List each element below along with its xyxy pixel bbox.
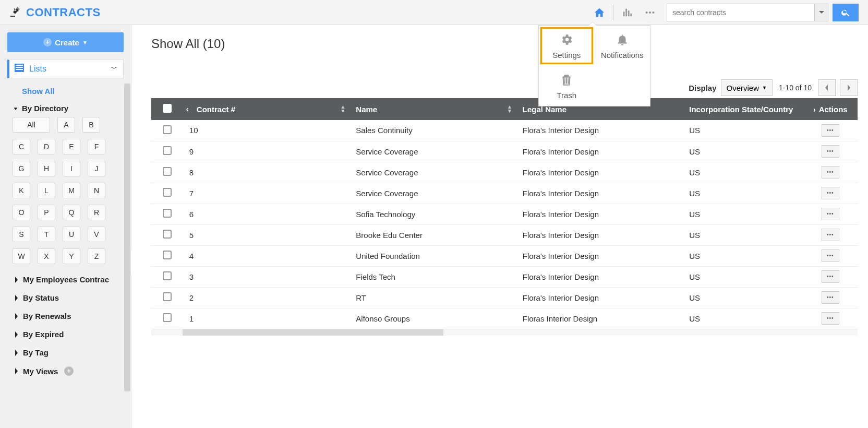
filter-letter-p[interactable]: P xyxy=(38,205,55,220)
row-actions-button[interactable]: ••• xyxy=(822,145,839,158)
filter-letter-j[interactable]: J xyxy=(88,161,105,176)
filter-letter-c[interactable]: C xyxy=(13,139,30,154)
filter-letter-y[interactable]: Y xyxy=(63,248,80,264)
row-actions-button[interactable]: ••• xyxy=(822,249,839,262)
cell-legal-name: Flora's Interior Design xyxy=(516,183,683,204)
filter-letter-n[interactable]: N xyxy=(88,183,105,198)
table-row[interactable]: 2RTFlora's Interior DesignUS••• xyxy=(151,287,858,308)
more-icon[interactable] xyxy=(638,1,661,24)
row-actions-button[interactable]: ••• xyxy=(822,270,839,283)
cell-contract-num: 8 xyxy=(183,162,349,183)
pagination-range: 1-10 of 10 xyxy=(777,84,814,92)
row-checkbox[interactable] xyxy=(163,209,172,218)
col-incorporation[interactable]: Incorporation State/Country xyxy=(683,98,803,120)
row-actions-button[interactable]: ••• xyxy=(822,208,839,220)
menu-notifications[interactable]: Notifications xyxy=(595,26,650,66)
menu-trash[interactable]: Trash xyxy=(539,66,595,106)
sidebar-show-all[interactable]: Show All xyxy=(7,78,124,101)
display-dropdown[interactable]: Overview ▼ xyxy=(721,79,773,96)
cell-incorporation: US xyxy=(683,162,803,183)
table-row[interactable]: 1Alfonso GroupsFloras Interior DesignUS•… xyxy=(151,308,858,329)
table-row[interactable]: 3Fields TechFlora's Interior DesignUS••• xyxy=(151,266,858,287)
row-checkbox[interactable] xyxy=(163,188,172,197)
filter-letter-x[interactable]: X xyxy=(38,248,55,264)
filter-letter-s[interactable]: S xyxy=(13,227,30,242)
charts-icon[interactable] xyxy=(616,1,638,24)
row-checkbox[interactable] xyxy=(163,251,172,259)
table-row[interactable]: 9Service CoverageFlora's Interior Design… xyxy=(151,141,858,162)
table-row[interactable]: 4United FoundationFlora's Interior Desig… xyxy=(151,245,858,266)
prev-page-button[interactable] xyxy=(818,79,836,96)
select-all-checkbox[interactable] xyxy=(163,104,172,113)
cell-legal-name: Flora's Interior Design xyxy=(516,224,683,245)
search-input[interactable] xyxy=(667,8,814,17)
sidebar-link-1[interactable]: By Status xyxy=(14,289,123,307)
row-checkbox[interactable] xyxy=(163,292,172,301)
filter-letter-i[interactable]: I xyxy=(63,161,80,176)
filter-letter-t[interactable]: T xyxy=(38,227,55,242)
row-checkbox[interactable] xyxy=(163,125,172,134)
menu-trash-label: Trash xyxy=(557,91,576,100)
filter-letter-u[interactable]: U xyxy=(63,227,80,242)
home-icon[interactable] xyxy=(588,1,611,24)
create-button[interactable]: + Create ▼ xyxy=(7,32,124,52)
sidebar-link-3[interactable]: By Expired xyxy=(14,325,123,343)
filter-letter-d[interactable]: D xyxy=(38,139,55,154)
filter-letter-g[interactable]: G xyxy=(13,161,30,176)
row-actions-button[interactable]: ••• xyxy=(822,166,839,179)
sidebar-link-4[interactable]: By Tag xyxy=(14,343,123,362)
filter-letter-b[interactable]: B xyxy=(82,117,100,133)
sidebar-link-0[interactable]: My Employees Contrac xyxy=(14,270,123,289)
col-name[interactable]: Name ▲▼ xyxy=(349,98,516,120)
filter-letter-f[interactable]: F xyxy=(88,139,105,154)
display-value: Overview xyxy=(727,84,760,92)
filter-letter-m[interactable]: M xyxy=(63,183,80,198)
menu-settings[interactable]: Settings xyxy=(539,26,595,66)
lists-toggle[interactable]: Lists ﹀ xyxy=(7,60,124,78)
cell-incorporation: US xyxy=(683,308,803,329)
sidebar-link-5[interactable]: My Views+ xyxy=(14,362,123,381)
filter-letter-z[interactable]: Z xyxy=(88,248,105,264)
table-hscroll[interactable] xyxy=(151,329,858,336)
row-actions-button[interactable]: ••• xyxy=(822,124,839,137)
next-page-button[interactable] xyxy=(840,79,858,96)
filter-letter-r[interactable]: R xyxy=(88,205,105,220)
row-checkbox[interactable] xyxy=(163,230,172,239)
row-checkbox[interactable] xyxy=(163,146,172,155)
table-toolbar: Display Overview ▼ 1-10 of 10 xyxy=(689,79,858,96)
col-contract-num[interactable]: ‹ Contract # ▲▼ xyxy=(183,98,349,120)
sidebar-scrollbar[interactable] xyxy=(124,84,130,391)
display-label: Display xyxy=(689,84,716,92)
filter-letter-w[interactable]: W xyxy=(13,248,30,264)
table-row[interactable]: 10Sales ContinuityFlora's Interior Desig… xyxy=(151,120,858,141)
table-hscroll-thumb[interactable] xyxy=(183,329,443,336)
filter-letter-o[interactable]: O xyxy=(13,205,30,220)
filter-letter-q[interactable]: Q xyxy=(63,205,80,220)
search-button[interactable] xyxy=(833,4,859,21)
filter-letter-h[interactable]: H xyxy=(38,161,55,176)
row-actions-button[interactable]: ••• xyxy=(822,187,839,199)
row-checkbox[interactable] xyxy=(163,167,172,176)
filter-letter-e[interactable]: E xyxy=(63,139,80,154)
table-row[interactable]: 8Service CoverageFlora's Interior Design… xyxy=(151,162,858,183)
row-checkbox[interactable] xyxy=(163,313,172,322)
table-row[interactable]: 7Service CoverageFlora's Interior Design… xyxy=(151,183,858,204)
row-actions-button[interactable]: ••• xyxy=(822,312,839,325)
search-dropdown-toggle[interactable] xyxy=(814,4,828,21)
filter-letter-k[interactable]: K xyxy=(13,183,30,198)
cell-contract-num: 10 xyxy=(183,120,349,141)
filter-letter-v[interactable]: V xyxy=(88,227,105,242)
table-row[interactable]: 6Sofia TechnologyFlora's Interior Design… xyxy=(151,204,858,224)
row-actions-button[interactable]: ••• xyxy=(822,229,839,241)
filter-letter-a[interactable]: A xyxy=(57,117,75,133)
by-directory-toggle[interactable]: ▼ By Directory xyxy=(7,101,124,117)
cell-contract-num: 1 xyxy=(183,308,349,329)
search-wrap xyxy=(667,4,859,21)
filter-letter-l[interactable]: L xyxy=(38,183,55,198)
table-row[interactable]: 5Brooke Edu CenterFlora's Interior Desig… xyxy=(151,224,858,245)
row-actions-button[interactable]: ••• xyxy=(822,291,839,304)
filter-all[interactable]: All xyxy=(13,117,50,133)
row-checkbox[interactable] xyxy=(163,271,172,280)
sidebar-link-2[interactable]: By Renewals xyxy=(14,307,123,325)
lists-label: Lists xyxy=(29,64,46,74)
